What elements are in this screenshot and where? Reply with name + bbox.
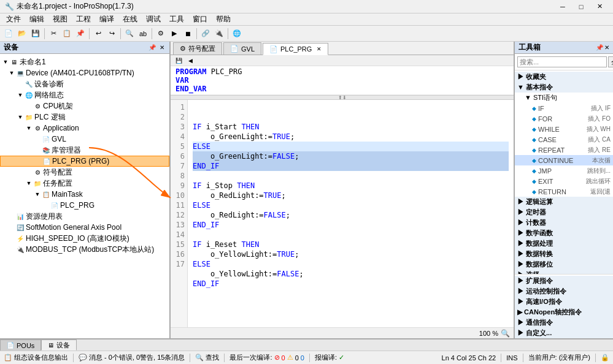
toolbox-pin[interactable]: 📌 bbox=[596, 44, 603, 51]
toolbox-item-13[interactable]: ▶ 定时器 bbox=[515, 207, 613, 218]
minimize-button[interactable]: ─ bbox=[554, 2, 571, 12]
toolbox-item-18[interactable]: ▶ 数据移位 bbox=[515, 259, 613, 270]
tab-pous[interactable]: 📄 POUs bbox=[0, 339, 41, 351]
code-line-13[interactable]: IF i_Reset THEN bbox=[193, 240, 509, 249]
menu-project[interactable]: 工程 bbox=[72, 13, 94, 25]
expand-device[interactable]: ▼ bbox=[9, 70, 15, 76]
code-line-6[interactable] bbox=[193, 171, 509, 181]
code-line-1[interactable]: IF i_Start THEN bbox=[193, 122, 509, 132]
code-line-17[interactable]: END_IF bbox=[193, 279, 509, 289]
menu-compile[interactable]: 编译 bbox=[96, 13, 118, 25]
toolbox-extra-3[interactable]: ▶ CANopen轴控指令 bbox=[515, 307, 613, 317]
zoom-icon[interactable]: 🔍 bbox=[501, 329, 510, 338]
tree-item-cpu[interactable]: ⚙CPU机架 bbox=[0, 100, 169, 112]
code-line-3[interactable]: ELSE bbox=[193, 142, 509, 151]
toolbox-item-3[interactable]: ◆IF插入 IF bbox=[515, 103, 613, 113]
tree-item-symconfig[interactable]: ⚙符号配置 bbox=[0, 167, 169, 178]
toolbox-item-12[interactable]: ▶ 逻辑运算 bbox=[515, 197, 613, 207]
menu-edit[interactable]: 编辑 bbox=[26, 13, 48, 25]
paste-button[interactable]: 📌 bbox=[74, 28, 87, 40]
code-line-11[interactable]: END_IF bbox=[193, 220, 509, 230]
status-find[interactable]: 🔍 查找 bbox=[195, 353, 219, 362]
close-button[interactable]: ✕ bbox=[591, 2, 608, 12]
code-editor[interactable]: 1234567891011121314151617 IF i_Start THE… bbox=[171, 100, 514, 327]
new-button[interactable]: 📄 bbox=[2, 28, 15, 40]
etb-back[interactable]: ◀ bbox=[186, 57, 195, 64]
expand-taskconfig[interactable]: ▼ bbox=[26, 180, 32, 186]
find-button[interactable]: 🔍 bbox=[123, 28, 136, 40]
expand-network[interactable]: ▼ bbox=[17, 92, 23, 98]
tab-device[interactable]: 🖥 设备 bbox=[41, 339, 77, 351]
tab-close-2[interactable]: ✕ bbox=[317, 46, 322, 52]
disconnect-button[interactable]: 🔌 bbox=[213, 28, 225, 40]
tree-item-modbus[interactable]: 🔌MODBUS_TCP (ModbusTCP本地从站) bbox=[0, 244, 169, 255]
toolbox-item-9[interactable]: ◆JMP跳转到... bbox=[515, 165, 613, 176]
panel-close-button[interactable]: ✕ bbox=[158, 44, 166, 51]
toolbox-item-16[interactable]: ▶ 数据处理 bbox=[515, 238, 613, 249]
code-line-4[interactable]: o_GreenLight:=FALSE; bbox=[193, 151, 509, 161]
status-messages[interactable]: 💬 消息 - 0个错误, 0警告, 15条消息 bbox=[79, 353, 185, 362]
menu-view[interactable]: 视图 bbox=[49, 13, 71, 25]
code-line-9[interactable]: ELSE bbox=[193, 200, 509, 210]
stop-button[interactable]: ⏹ bbox=[182, 28, 194, 40]
tree-item-resources[interactable]: 📊资源使用表 bbox=[0, 211, 169, 222]
toolbox-item-6[interactable]: ◆CASE插入 CA bbox=[515, 134, 613, 145]
toolbox-filter-select[interactable]: 全部 bbox=[608, 56, 613, 67]
panel-pin-button[interactable]: 📌 bbox=[147, 44, 157, 51]
replace-button[interactable]: ab bbox=[137, 28, 149, 40]
toolbox-item-11[interactable]: ◆RETURN返回(退 bbox=[515, 186, 613, 197]
toolbox-item-17[interactable]: ▶ 数据转换 bbox=[515, 249, 613, 259]
window-controls[interactable]: ─ □ ✕ bbox=[554, 2, 608, 12]
expand-application[interactable]: ▼ bbox=[26, 125, 32, 131]
toolbox-extra-2[interactable]: ▶ 高速I/O指令 bbox=[515, 297, 613, 307]
etb-save[interactable]: 💾 bbox=[173, 57, 185, 64]
code-line-16[interactable]: o_YellowLight:=FALSE; bbox=[193, 269, 509, 279]
copy-button[interactable]: 📋 bbox=[61, 28, 73, 40]
toolbox-extra-5[interactable]: ▶ 自定义... bbox=[515, 328, 613, 338]
tree-item-highspeed[interactable]: ⚡HIGH_SPEED_IO (高速IO模块) bbox=[0, 233, 169, 244]
tree-item-root[interactable]: ▼🖥未命名1 bbox=[0, 56, 169, 67]
tree-item-gvl[interactable]: 📄GVL bbox=[0, 134, 169, 145]
toolbox-item-8[interactable]: ◆CONTINUE本次循 bbox=[515, 155, 613, 165]
cut-button[interactable]: ✂ bbox=[47, 28, 60, 40]
tree-item-maintask[interactable]: ▼📋MainTask bbox=[0, 189, 169, 200]
tree-item-libmgr[interactable]: 📚库管理器 bbox=[0, 145, 169, 156]
open-button[interactable]: 📂 bbox=[16, 28, 28, 40]
redo-button[interactable]: ↪ bbox=[106, 28, 118, 40]
code-line-2[interactable]: o_GreenLight:=TRUE; bbox=[193, 132, 509, 142]
tree-item-application[interactable]: ▼⚙Application bbox=[0, 123, 169, 134]
toolbox-close[interactable]: ✕ bbox=[604, 44, 609, 51]
code-line-15[interactable]: ELSE bbox=[193, 259, 509, 269]
code-line-7[interactable]: IF i_Stop THEN bbox=[193, 181, 509, 191]
menu-help[interactable]: 帮助 bbox=[212, 13, 234, 25]
toolbox-item-0[interactable]: ▶ 收藏夹 bbox=[515, 72, 613, 82]
expand-maintask[interactable]: ▼ bbox=[34, 191, 40, 197]
menu-tools[interactable]: 工具 bbox=[166, 13, 188, 25]
editor-tab-PLC_PRG[interactable]: 📄PLC_PRG✕ bbox=[263, 43, 328, 55]
code-line-12[interactable] bbox=[193, 230, 509, 240]
toolbox-item-14[interactable]: ▶ 计数器 bbox=[515, 218, 613, 228]
online-button[interactable]: 🌐 bbox=[231, 28, 243, 40]
code-line-14[interactable]: o_YellowLight:=TRUE; bbox=[193, 249, 509, 259]
code-line-10[interactable]: o_RedLight:=FALSE; bbox=[193, 210, 509, 220]
code-content[interactable]: IF i_Start THEN o_GreenLight:=TRUE;ELSE … bbox=[188, 100, 514, 327]
editor-tab-符号配置[interactable]: ⚙符号配置 bbox=[173, 42, 222, 55]
toolbox-item-10[interactable]: ◆EXIT跳出循环 bbox=[515, 176, 613, 186]
tree-item-network[interactable]: ▼🌐网络组态 bbox=[0, 89, 169, 100]
code-line-8[interactable]: o_RedLight:=TRUE; bbox=[193, 191, 509, 200]
tree-item-plclogic[interactable]: ▼📁PLC 逻辑 bbox=[0, 112, 169, 123]
menu-online[interactable]: 在线 bbox=[119, 13, 141, 25]
save-button[interactable]: 💾 bbox=[29, 28, 42, 40]
menu-file[interactable]: 文件 bbox=[2, 13, 25, 25]
tree-item-softmotion[interactable]: 🔄SoftMotion General Axis Pool bbox=[0, 222, 169, 233]
menu-window[interactable]: 窗口 bbox=[189, 13, 211, 25]
tree-item-device[interactable]: ▼💻Device (AM401-CPU1608TP/TN) bbox=[0, 67, 169, 78]
compile-button[interactable]: ⚙ bbox=[155, 28, 167, 40]
toolbox-extra-4[interactable]: ▶ 通信指令 bbox=[515, 317, 613, 328]
tree-item-diag[interactable]: 🔧设备诊断 bbox=[0, 78, 169, 89]
maximize-button[interactable]: □ bbox=[573, 2, 590, 12]
toolbox-item-4[interactable]: ◆FOR插入 FO bbox=[515, 113, 613, 124]
expand-plclogic[interactable]: ▼ bbox=[17, 114, 23, 120]
code-line-5[interactable]: END_IF bbox=[193, 161, 509, 171]
toolbox-item-2[interactable]: ▼ STI语句 bbox=[515, 93, 613, 103]
